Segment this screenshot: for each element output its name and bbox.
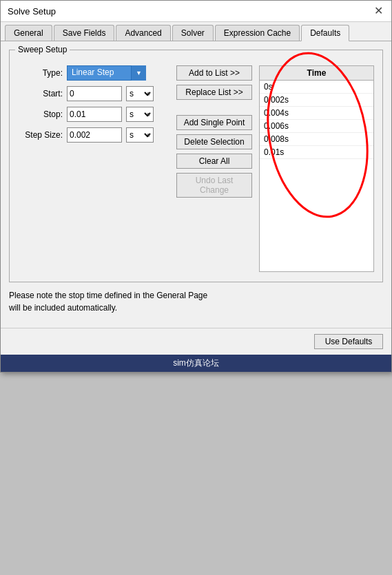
tab-expression-cache[interactable]: Expression Cache [215, 25, 300, 41]
type-label: Type: [18, 68, 63, 78]
start-input[interactable] [67, 86, 122, 101]
use-defaults-button[interactable]: Use Defaults [314, 334, 383, 349]
step-label: Step Size: [18, 130, 63, 140]
type-dropdown-arrow[interactable]: ▼ [131, 65, 146, 81]
clear-all-button[interactable]: Clear All [176, 154, 252, 169]
tab-save-fields[interactable]: Save Fields [54, 25, 115, 41]
sweep-group-label: Sweep Setup [15, 45, 70, 54]
start-unit-select[interactable]: s ms us [126, 86, 154, 101]
stop-unit-select[interactable]: s ms us [126, 107, 154, 122]
type-row: Type: Linear Step ▼ [18, 65, 169, 81]
stop-input[interactable] [67, 107, 122, 122]
tab-general[interactable]: General [5, 25, 52, 41]
note-text: Please note the stop time defined in the… [9, 289, 383, 314]
sweep-middle: Add to List >> Replace List >> Add Singl… [176, 65, 252, 272]
stop-unit-wrapper: s ms us [126, 107, 154, 122]
close-button[interactable]: ✕ [372, 5, 384, 17]
bottom-bar: Use Defaults [1, 328, 391, 355]
delete-selection-button[interactable]: Delete Selection [176, 134, 252, 149]
table-row[interactable]: 0.006s [260, 120, 373, 133]
table-row[interactable]: 0.008s [260, 133, 373, 146]
replace-list-button[interactable]: Replace List >> [176, 85, 252, 100]
table-row[interactable]: 0.01s [260, 146, 373, 159]
sweep-inner: Type: Linear Step ▼ Start: s [18, 65, 374, 272]
main-window: Solve Setup ✕ General Save Fields Advanc… [0, 0, 392, 373]
tab-advanced[interactable]: Advanced [116, 25, 170, 41]
table-row[interactable]: 0s [260, 81, 373, 94]
stop-row: Stop: s ms us [18, 107, 169, 122]
stop-label: Stop: [18, 109, 63, 119]
add-single-button[interactable]: Add Single Point [176, 115, 252, 130]
tab-bar: General Save Fields Advanced Solver Expr… [1, 22, 391, 41]
type-wrapper: Linear Step ▼ [67, 65, 146, 81]
tab-solver[interactable]: Solver [172, 25, 214, 41]
title-bar: Solve Setup ✕ [1, 1, 391, 22]
sweep-left: Type: Linear Step ▼ Start: s [18, 65, 169, 272]
main-content: Sweep Setup Type: Linear Step ▼ Start: [1, 41, 391, 328]
sweep-group: Sweep Setup Type: Linear Step ▼ Start: [9, 50, 383, 282]
undo-button[interactable]: Undo Last Change [176, 173, 252, 198]
table-row[interactable]: 0.002s [260, 94, 373, 107]
tab-defaults[interactable]: Defaults [301, 25, 349, 41]
add-to-list-button[interactable]: Add to List >> [176, 65, 252, 81]
start-unit-wrapper: s ms us [126, 86, 154, 101]
window-title: Solve Setup [8, 6, 56, 17]
step-unit-wrapper: s ms us [126, 127, 154, 143]
time-table: Time 0s 0.002s 0.004s 0.006s 0.008s 0.01… [259, 65, 374, 272]
table-header: Time [260, 66, 373, 81]
watermark: sim仿真论坛 [1, 355, 391, 372]
start-label: Start: [18, 89, 63, 98]
step-input[interactable] [67, 127, 122, 143]
table-row[interactable]: 0.004s [260, 107, 373, 120]
step-unit-select[interactable]: s ms us [126, 127, 154, 143]
step-row: Step Size: s ms us [18, 127, 169, 143]
start-row: Start: s ms us [18, 86, 169, 101]
